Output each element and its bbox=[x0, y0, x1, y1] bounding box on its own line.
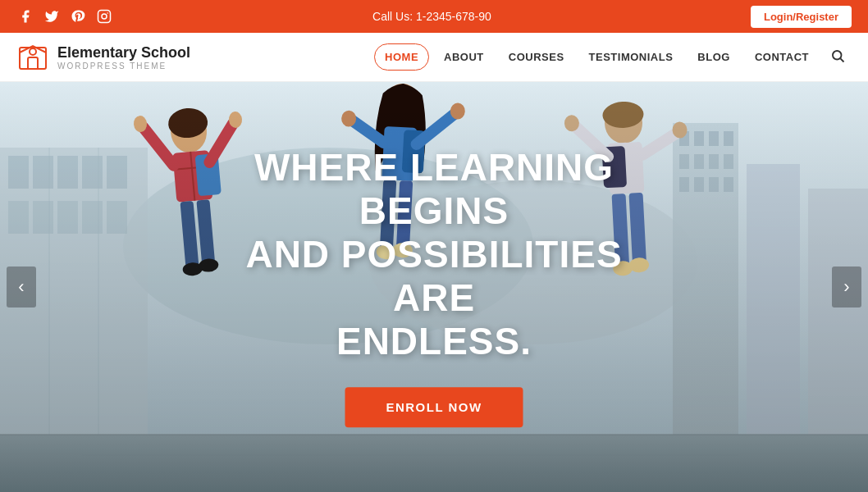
logo-subtitle: WORDPRESS THEME bbox=[57, 61, 190, 71]
twitter-icon[interactable] bbox=[43, 7, 61, 25]
svg-point-4 bbox=[30, 48, 36, 55]
login-area: Login/Register bbox=[751, 6, 852, 28]
svg-point-5 bbox=[833, 51, 842, 60]
enroll-now-button[interactable]: ENROLL NOW bbox=[345, 388, 523, 428]
logo-text: Elementary School WORDPRESS THEME bbox=[57, 44, 190, 71]
nav-links: HOME ABOUT COURSES TESTIMONIALS BLOG CON… bbox=[374, 42, 852, 73]
nav-courses[interactable]: COURSES bbox=[499, 44, 574, 70]
svg-line-6 bbox=[840, 58, 843, 61]
hero-prev-arrow[interactable]: ‹ bbox=[7, 266, 36, 308]
facebook-icon[interactable] bbox=[16, 7, 34, 25]
search-icon[interactable] bbox=[824, 42, 852, 73]
hero-next-arrow[interactable]: › bbox=[832, 266, 861, 308]
logo-icon bbox=[16, 41, 49, 74]
hero-section: WHERE LEARNING BEGINS AND POSSIBILITIES … bbox=[0, 82, 868, 492]
login-register-button[interactable]: Login/Register bbox=[751, 6, 852, 28]
pinterest-icon[interactable] bbox=[69, 7, 87, 25]
instagram-icon[interactable] bbox=[95, 7, 113, 25]
svg-point-1 bbox=[102, 14, 107, 19]
hero-content: WHERE LEARNING BEGINS AND POSSIBILITIES … bbox=[217, 146, 651, 427]
logo-title: Elementary School bbox=[57, 44, 190, 61]
hero-title: WHERE LEARNING BEGINS AND POSSIBILITIES … bbox=[217, 146, 651, 362]
svg-rect-0 bbox=[98, 11, 111, 23]
nav-blog[interactable]: BLOG bbox=[688, 44, 740, 70]
nav-home[interactable]: HOME bbox=[374, 43, 429, 71]
svg-point-2 bbox=[107, 12, 108, 14]
social-links bbox=[16, 7, 113, 25]
logo[interactable]: Elementary School WORDPRESS THEME bbox=[16, 41, 190, 74]
nav-testimonials[interactable]: TESTIMONIALS bbox=[579, 44, 683, 70]
phone-number: Call Us: 1-2345-678-90 bbox=[372, 10, 491, 23]
navbar: Elementary School WORDPRESS THEME HOME A… bbox=[0, 33, 868, 82]
top-bar: Call Us: 1-2345-678-90 Login/Register bbox=[0, 0, 868, 33]
nav-about[interactable]: ABOUT bbox=[434, 44, 494, 70]
nav-contact[interactable]: CONTACT bbox=[745, 44, 819, 70]
